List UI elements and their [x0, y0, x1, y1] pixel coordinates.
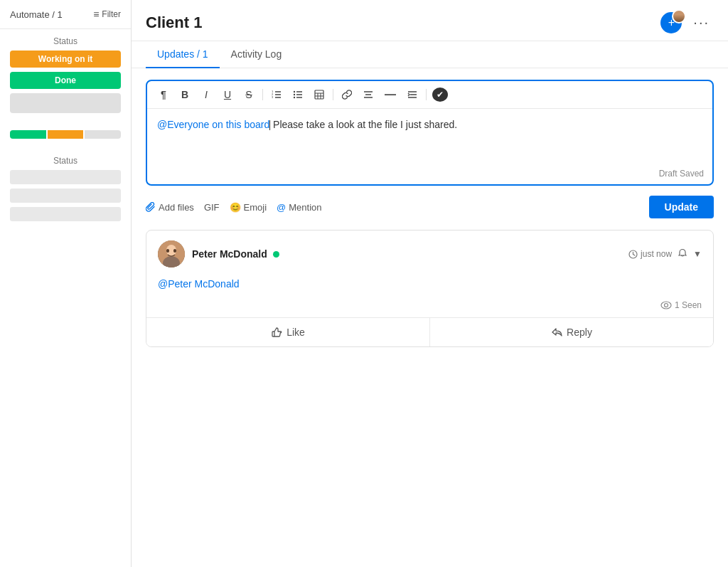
hr-button[interactable]: — [382, 87, 399, 102]
gif-button[interactable]: GIF [204, 202, 220, 213]
status-done[interactable]: Done [10, 72, 121, 89]
align-icon [363, 90, 373, 100]
author-name: Peter McDonald [192, 248, 267, 260]
mention-button[interactable]: @ Mention [277, 202, 321, 213]
clock-icon [628, 250, 638, 259]
like-label: Like [287, 327, 305, 338]
tabs-bar: Updates / 1 Activity Log [132, 41, 728, 68]
more-options-button[interactable]: ··· [689, 11, 714, 33]
status-working-on-it[interactable]: Working on it [10, 51, 121, 68]
status-placeholder-1 [10, 93, 121, 113]
avatar-image [158, 240, 185, 267]
svg-rect-12 [315, 90, 323, 99]
tab-activity-log[interactable]: Activity Log [220, 41, 294, 68]
main-content: Client 1 + ··· Updates / 1 Activity Log … [132, 0, 728, 567]
thumbs-up-icon [271, 327, 282, 338]
mention-label: Mention [289, 202, 321, 213]
avatar [672, 9, 686, 23]
unordered-list-icon [293, 90, 303, 100]
comment-body: @Peter McDonald [146, 273, 713, 297]
seen-count: 1 Seen [675, 300, 702, 310]
unordered-list-button[interactable] [290, 88, 306, 101]
ordered-list-button[interactable]: 1 2 3 [269, 88, 284, 101]
gray-row-1 [10, 170, 121, 184]
update-button[interactable]: Update [649, 196, 714, 218]
filter-button[interactable]: ≡ Filter [93, 9, 121, 20]
toolbar-divider-3 [426, 89, 427, 100]
svg-rect-26 [166, 249, 169, 253]
progress-bar [10, 130, 121, 139]
indent-icon [407, 90, 417, 100]
editor-actions-bar: Add files GIF 😊 Emoji @ Mention Update [146, 196, 714, 218]
status-label-1: Status [10, 36, 121, 46]
emoji-icon: 😊 [230, 202, 241, 213]
filter-label: Filter [102, 9, 121, 19]
svg-point-6 [294, 91, 295, 92]
bell-icon [678, 248, 687, 258]
add-member-button[interactable]: + [660, 12, 682, 33]
svg-point-31 [661, 302, 671, 309]
update-editor: ¶ B I U S 1 2 3 [146, 80, 714, 186]
editor-text: Please take a look at the file I just sh… [270, 119, 457, 130]
paragraph-button[interactable]: ¶ [156, 88, 171, 102]
progress-orange [48, 130, 84, 139]
bold-button[interactable]: B [177, 88, 193, 102]
check-button[interactable]: ✔ [432, 88, 448, 102]
table-button[interactable] [311, 88, 327, 101]
mention-icon: @ [277, 202, 286, 213]
add-files-button[interactable]: Add files [146, 202, 194, 213]
comment-timestamp: just now [628, 249, 672, 259]
reply-button[interactable]: Reply [430, 318, 713, 346]
sidebar: Automate / 1 ≡ Filter Status Working on … [0, 0, 132, 567]
svg-point-32 [664, 304, 668, 307]
svg-point-8 [294, 97, 295, 98]
reply-icon [551, 327, 562, 338]
add-files-label: Add files [159, 202, 194, 213]
comment-card: Peter McDonald just now [146, 230, 714, 347]
seen-icon [660, 301, 672, 309]
reply-label: Reply [567, 327, 592, 338]
tab-updates[interactable]: Updates / 1 [146, 41, 220, 68]
gray-row-2 [10, 189, 121, 203]
avatar-face-svg [158, 240, 185, 267]
notification-bell-button[interactable] [678, 248, 687, 260]
comment-avatar [158, 240, 185, 267]
svg-point-7 [294, 94, 295, 95]
dropdown-chevron-button[interactable]: ▼ [693, 249, 702, 259]
progress-green [10, 130, 46, 139]
status-section-1: Status Working on it Done [0, 29, 131, 122]
status-label-2: Status [10, 156, 121, 166]
timestamp-text: just now [641, 249, 672, 259]
link-button[interactable] [339, 88, 355, 101]
indent-button[interactable] [405, 88, 420, 101]
comment-mention[interactable]: @Peter McDonald [158, 278, 240, 290]
toolbar-divider-2 [333, 89, 333, 100]
editor-body[interactable]: @Everyone on this board Please take a lo… [147, 109, 712, 166]
author-info: Peter McDonald [192, 248, 279, 260]
gif-label: GIF [204, 202, 220, 213]
comment-meta: just now ▼ [628, 248, 702, 260]
comment-seen: 1 Seen [146, 297, 713, 317]
filter-icon: ≡ [93, 9, 99, 20]
mention-everyone[interactable]: @Everyone on this board [157, 119, 269, 130]
italic-button[interactable]: I [198, 88, 214, 102]
emoji-button[interactable]: 😊 Emoji [230, 202, 267, 213]
table-icon [314, 90, 324, 100]
svg-text:3: 3 [272, 95, 274, 99]
underline-button[interactable]: U [220, 88, 235, 102]
toolbar-divider-1 [262, 89, 263, 100]
svg-line-30 [633, 254, 636, 255]
online-indicator [273, 251, 279, 258]
paperclip-icon [146, 202, 156, 212]
strikethrough-button[interactable]: S [241, 88, 257, 102]
editor-toolbar: ¶ B I U S 1 2 3 [147, 81, 712, 109]
emoji-label: Emoji [244, 202, 267, 213]
draft-saved-label: Draft Saved [147, 166, 712, 184]
like-button[interactable]: Like [146, 318, 429, 346]
align-button[interactable] [360, 88, 376, 101]
comment-footer: Like Reply [146, 317, 713, 346]
link-icon [342, 90, 352, 100]
comment-header: Peter McDonald just now [146, 230, 713, 273]
sidebar-header: Automate / 1 ≡ Filter [0, 0, 131, 29]
gray-rows [10, 170, 121, 221]
